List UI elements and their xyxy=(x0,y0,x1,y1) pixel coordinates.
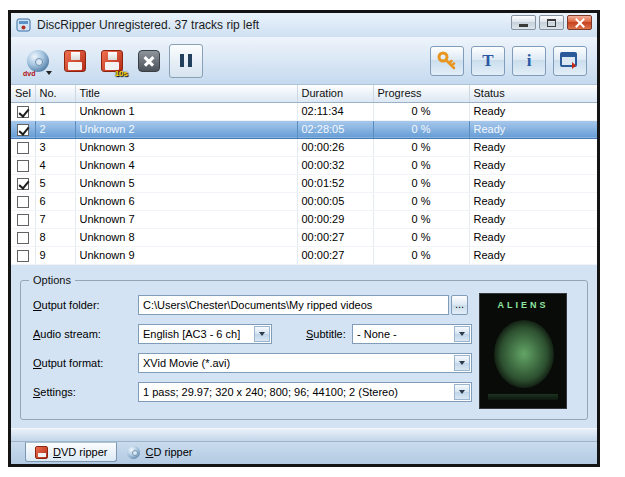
cancel-button[interactable] xyxy=(132,44,166,78)
rip-floppy-icon xyxy=(64,50,86,72)
maximize-button[interactable] xyxy=(539,15,564,30)
cell-sel xyxy=(11,138,35,156)
dvd-disc-icon xyxy=(27,50,49,72)
track-checkbox[interactable] xyxy=(17,160,29,172)
column-header-progress[interactable]: Progress xyxy=(373,85,469,102)
cell-sel xyxy=(11,120,35,138)
audio-dropdown-arrow-icon[interactable] xyxy=(254,326,270,342)
table-row[interactable]: 4Unknown 400:00:320 %Ready xyxy=(11,156,597,174)
register-button[interactable] xyxy=(430,46,464,76)
maximize-icon xyxy=(547,19,556,27)
titlebar[interactable]: DiscRipper Unregistered. 37 tracks rip l… xyxy=(11,13,597,37)
cell-status: Ready xyxy=(469,102,597,120)
text-button[interactable]: T xyxy=(471,46,505,76)
window-controls xyxy=(511,15,592,30)
cell-sel xyxy=(11,156,35,174)
dvd-ripper-icon xyxy=(35,446,48,459)
rip-10s-preview-button[interactable]: 10s xyxy=(95,44,129,78)
column-header-duration[interactable]: Duration xyxy=(297,85,373,102)
cell-title: Unknown 1 xyxy=(75,102,297,120)
table-row[interactable]: 2Unknown 202:28:050 %Ready xyxy=(11,120,597,138)
cell-duration: 00:00:32 xyxy=(297,156,373,174)
cell-status: Ready xyxy=(469,174,597,192)
info-button[interactable]: i xyxy=(512,46,546,76)
cell-progress: 0 % xyxy=(373,174,469,192)
settings-dropdown-arrow-icon[interactable] xyxy=(454,384,470,400)
cell-duration: 00:00:29 xyxy=(297,210,373,228)
cell-status: Ready xyxy=(469,120,597,138)
cell-progress: 0 % xyxy=(373,138,469,156)
track-checkbox[interactable] xyxy=(17,142,29,154)
cell-no: 9 xyxy=(35,246,75,264)
table-row[interactable]: 7Unknown 700:00:290 %Ready xyxy=(11,210,597,228)
table-row[interactable]: 1Unknown 102:11:340 %Ready xyxy=(11,102,597,120)
dvd-source-button[interactable]: dvd xyxy=(21,44,55,78)
track-checkbox[interactable] xyxy=(17,250,29,262)
cancel-x-icon xyxy=(138,50,160,72)
cell-duration: 00:01:52 xyxy=(297,174,373,192)
settings-window-icon xyxy=(559,51,581,71)
track-checkbox[interactable] xyxy=(17,106,29,118)
poster-title: ALIENS xyxy=(480,300,566,310)
cell-progress: 0 % xyxy=(373,120,469,138)
cell-title: Unknown 6 xyxy=(75,192,297,210)
output-folder-input[interactable] xyxy=(138,295,449,315)
table-row[interactable]: 8Unknown 800:00:270 %Ready xyxy=(11,228,597,246)
app-icon xyxy=(16,18,31,32)
cell-progress: 0 % xyxy=(373,210,469,228)
close-icon xyxy=(575,18,585,28)
window-title: DiscRipper Unregistered. 37 tracks rip l… xyxy=(37,18,259,32)
track-checkbox[interactable] xyxy=(17,124,29,136)
pause-icon xyxy=(180,54,192,67)
audio-stream-label: Audio stream: xyxy=(33,328,138,340)
output-format-label: Output format: xyxy=(33,357,138,369)
format-dropdown-arrow-icon[interactable] xyxy=(454,355,470,371)
cell-sel xyxy=(11,174,35,192)
track-checkbox[interactable] xyxy=(17,196,29,208)
ten-seconds-badge: 10s xyxy=(115,69,128,78)
status-bar xyxy=(11,428,597,442)
cell-no: 5 xyxy=(35,174,75,192)
settings-select[interactable]: 1 pass; 29.97; 320 x 240; 800; 96; 44100… xyxy=(138,382,472,402)
cell-status: Ready xyxy=(469,246,597,264)
pause-button[interactable] xyxy=(169,44,203,78)
info-icon: i xyxy=(527,52,532,69)
cell-no: 6 xyxy=(35,192,75,210)
dvd-tag-label: dvd xyxy=(23,70,35,77)
poster-band xyxy=(488,394,558,400)
subtitle-dropdown-arrow-icon[interactable] xyxy=(454,326,470,342)
cell-title: Unknown 2 xyxy=(75,120,297,138)
browse-folder-button[interactable]: ... xyxy=(451,295,468,315)
cell-no: 4 xyxy=(35,156,75,174)
rip-button[interactable] xyxy=(58,44,92,78)
cell-no: 7 xyxy=(35,210,75,228)
settings-label: Settings: xyxy=(33,386,138,398)
column-header-status[interactable]: Status xyxy=(469,85,597,102)
movie-poster: ALIENS xyxy=(479,293,567,409)
close-button[interactable] xyxy=(567,15,592,30)
column-header-sel[interactable]: Sel xyxy=(11,85,35,102)
cd-ripper-icon xyxy=(127,446,140,459)
output-format-select[interactable]: XVid Movie (*.avi) xyxy=(138,353,472,373)
column-header-title[interactable]: Title xyxy=(75,85,297,102)
cell-duration: 02:28:05 xyxy=(297,120,373,138)
text-icon: T xyxy=(482,52,493,69)
minimize-button[interactable] xyxy=(511,15,536,30)
tab-dvd-ripper[interactable]: DVD ripper xyxy=(25,442,117,462)
cell-title: Unknown 7 xyxy=(75,210,297,228)
cell-status: Ready xyxy=(469,156,597,174)
table-row[interactable]: 5Unknown 500:01:520 %Ready xyxy=(11,174,597,192)
table-row[interactable]: 9Unknown 900:00:270 %Ready xyxy=(11,246,597,264)
audio-stream-select[interactable]: English [AC3 - 6 ch] xyxy=(138,324,272,344)
track-checkbox[interactable] xyxy=(17,214,29,226)
track-checkbox[interactable] xyxy=(17,232,29,244)
column-header-no[interactable]: No. xyxy=(35,85,75,102)
subtitle-select[interactable]: - None - xyxy=(352,324,472,344)
table-row[interactable]: 6Unknown 600:00:050 %Ready xyxy=(11,192,597,210)
track-checkbox[interactable] xyxy=(17,178,29,190)
settings-button[interactable] xyxy=(553,46,587,76)
table-row[interactable]: 3Unknown 300:00:260 %Ready xyxy=(11,138,597,156)
track-table-body: 1Unknown 102:11:340 %Ready2Unknown 202:2… xyxy=(11,102,597,264)
minimize-icon xyxy=(519,24,528,27)
tab-cd-ripper[interactable]: CD ripper xyxy=(117,442,202,462)
